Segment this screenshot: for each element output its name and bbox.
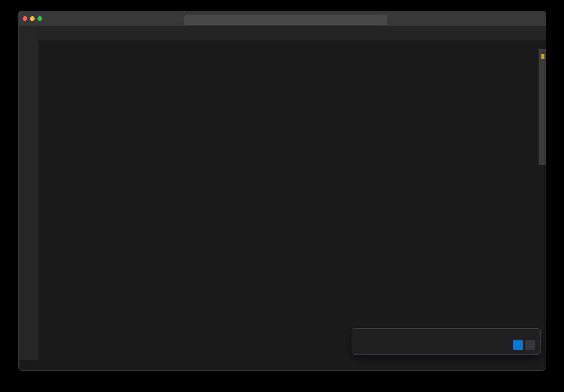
minimize-window-button[interactable] xyxy=(30,16,35,21)
status-bar xyxy=(19,360,546,370)
activity-bar xyxy=(19,26,38,360)
titlebar xyxy=(19,11,546,26)
close-window-button[interactable] xyxy=(23,16,27,21)
show-suggested-fix-button[interactable] xyxy=(513,340,523,350)
vscode-window xyxy=(19,11,546,370)
command-center-search[interactable] xyxy=(185,15,387,25)
editor-scrollbar[interactable] xyxy=(539,49,546,360)
overview-warning-marker xyxy=(541,54,544,59)
zoom-window-button[interactable] xyxy=(37,16,42,21)
codelens-blame[interactable] xyxy=(80,49,546,56)
scrollbar-thumb[interactable] xyxy=(539,49,546,165)
notification-toast xyxy=(352,328,541,355)
breadcrumb[interactable] xyxy=(38,40,546,49)
desktop xyxy=(0,0,564,392)
code-editor[interactable] xyxy=(38,49,546,360)
reject-button[interactable] xyxy=(525,340,535,350)
window-controls xyxy=(23,11,42,26)
tab-bar xyxy=(38,26,546,40)
copilot-menu[interactable] xyxy=(391,11,392,26)
